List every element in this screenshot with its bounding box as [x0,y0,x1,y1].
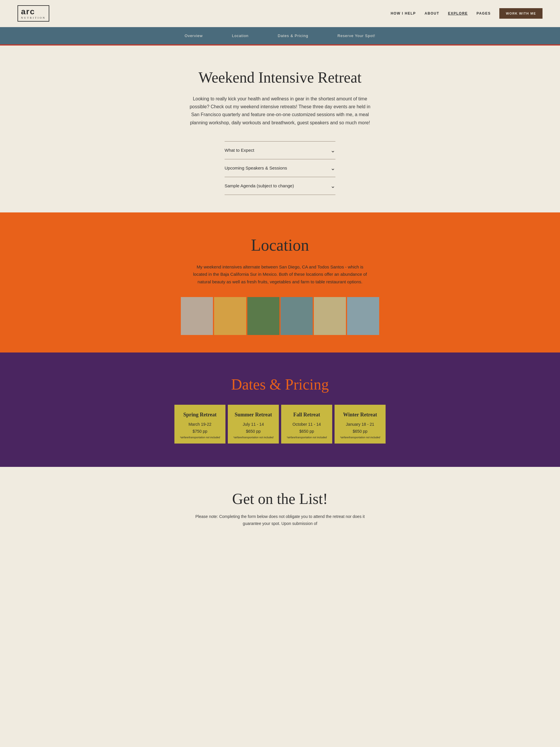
hero-title: Weekend Intensive Retreat [6,69,554,86]
winter-date: January 18 - 21 [339,422,381,427]
subnav-reserve[interactable]: Reserve Your Spot! [338,33,375,38]
location-title: Location [6,236,554,254]
accordion-label-3: Sample Agenda (subject to change) [224,183,294,188]
summer-disclaimer: *airfare/transportation not included [233,436,274,439]
fall-price: $650 pp [286,429,327,434]
sub-navigation: Overview Location Dates & Pricing Reserv… [0,27,560,46]
winter-price: $650 pp [339,429,381,434]
accordion: What to Expect ⌄ Upcoming Speakers & Ses… [224,141,336,195]
location-photo-2 [214,297,246,335]
retreat-card-spring: Spring Retreat March 19-22 $750 pp *airf… [175,405,225,443]
retreat-cards: Spring Retreat March 19-22 $750 pp *airf… [169,405,391,443]
accordion-item-speakers[interactable]: Upcoming Speakers & Sessions ⌄ [224,159,336,177]
location-description: My weekend intensives alternate between … [190,263,370,286]
hero-description: Looking to really kick your health and w… [190,95,370,127]
dates-pricing-section: Dates & Pricing Spring Retreat March 19-… [0,353,560,467]
fall-disclaimer: *airfare/transportation not included [286,436,327,439]
location-photo-6 [347,297,379,335]
location-photo-1 [181,297,213,335]
getlist-title: Get on the List! [6,490,554,508]
retreat-card-winter: Winter Retreat January 18 - 21 $650 pp *… [335,405,385,443]
subnav-location[interactable]: Location [232,33,248,38]
accordion-label-2: Upcoming Speakers & Sessions [224,165,287,171]
summer-date: July 11 - 14 [233,422,274,427]
nav-about[interactable]: ABOUT [425,11,439,16]
location-photo-3 [247,297,279,335]
chevron-down-icon-2: ⌄ [330,164,336,172]
winter-disclaimer: *airfare/transportation not included [339,436,381,439]
top-navigation: arc NUTRITION HOW I HELP ABOUT EXPLORE P… [0,0,560,27]
getlist-description: Please note: Completing the form below d… [190,513,370,527]
location-section: Location My weekend intensives alternate… [0,212,560,353]
spring-price: $750 pp [179,429,221,434]
dates-title: Dates & Pricing [6,376,554,393]
work-with-me-button[interactable]: WORK WITH ME [499,8,542,19]
retreat-card-fall: Fall Retreat October 11 - 14 $650 pp *ai… [281,405,332,443]
subnav-overview[interactable]: Overview [185,33,203,38]
logo-box: arc NUTRITION [18,5,49,22]
spring-name: Spring Retreat [179,412,221,418]
fall-date: October 11 - 14 [286,422,327,427]
fall-name: Fall Retreat [286,412,327,418]
getlist-section: Get on the List! Please note: Completing… [0,467,560,539]
nav-explore[interactable]: EXPLORE [448,11,468,16]
location-photo-grid [178,297,382,335]
location-photo-5 [314,297,346,335]
hero-section: Weekend Intensive Retreat Looking to rea… [0,46,560,212]
nav-pages[interactable]: PAGES [477,11,491,16]
chevron-down-icon-3: ⌄ [330,182,336,189]
logo-main-text: arc [21,7,35,16]
spring-date: March 19-22 [179,422,221,427]
subnav-dates-pricing[interactable]: Dates & Pricing [278,33,308,38]
location-photo-4 [281,297,313,335]
accordion-item-agenda[interactable]: Sample Agenda (subject to change) ⌄ [224,177,336,195]
nav-how-i-help[interactable]: HOW I HELP [391,11,416,16]
logo-sub-text: NUTRITION [21,16,46,19]
winter-name: Winter Retreat [339,412,381,418]
spring-disclaimer: *airfare/transportation not included [179,436,221,439]
accordion-item-what-to-expect[interactable]: What to Expect ⌄ [224,141,336,159]
retreat-card-summer: Summer Retreat July 11 - 14 $650 pp *air… [228,405,279,443]
summer-name: Summer Retreat [233,412,274,418]
logo[interactable]: arc NUTRITION [18,5,49,22]
chevron-down-icon-1: ⌄ [330,147,336,154]
nav-links: HOW I HELP ABOUT EXPLORE PAGES WORK WITH… [391,8,542,19]
accordion-label-1: What to Expect [224,148,254,153]
summer-price: $650 pp [233,429,274,434]
